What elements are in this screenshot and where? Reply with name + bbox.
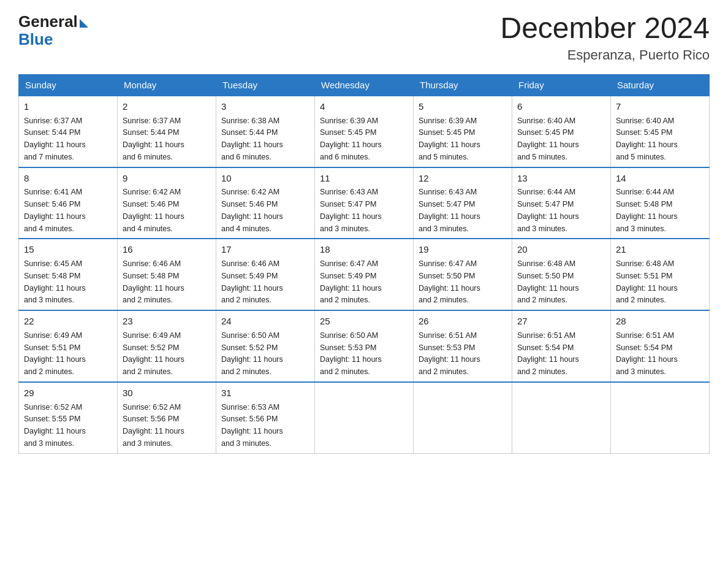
calendar-cell: 24 Sunrise: 6:50 AMSunset: 5:52 PMDaylig… <box>216 310 315 382</box>
day-number: 16 <box>123 243 211 256</box>
day-info: Sunrise: 6:49 AMSunset: 5:52 PMDaylight:… <box>123 331 184 376</box>
day-info: Sunrise: 6:41 AMSunset: 5:46 PMDaylight:… <box>24 188 86 232</box>
calendar-week-row: 29 Sunrise: 6:52 AMSunset: 5:55 PMDaylig… <box>19 382 710 453</box>
day-number: 13 <box>517 172 605 185</box>
day-number: 14 <box>616 172 704 185</box>
day-info: Sunrise: 6:42 AMSunset: 5:46 PMDaylight:… <box>221 188 283 232</box>
weekday-header-tuesday: Tuesday <box>216 74 315 96</box>
calendar-cell: 11 Sunrise: 6:43 AMSunset: 5:47 PMDaylig… <box>315 167 414 239</box>
day-number: 2 <box>123 100 211 113</box>
day-number: 9 <box>123 172 211 185</box>
calendar-cell: 15 Sunrise: 6:45 AMSunset: 5:48 PMDaylig… <box>19 239 118 310</box>
calendar-cell: 18 Sunrise: 6:47 AMSunset: 5:49 PMDaylig… <box>315 239 414 310</box>
day-number: 17 <box>221 243 309 256</box>
day-info: Sunrise: 6:50 AMSunset: 5:52 PMDaylight:… <box>221 331 283 376</box>
day-number: 28 <box>616 315 704 328</box>
calendar-cell <box>611 382 710 453</box>
day-number: 27 <box>517 315 605 328</box>
weekday-header-sunday: Sunday <box>19 74 118 96</box>
logo-arrow-icon <box>80 19 88 28</box>
day-info: Sunrise: 6:44 AMSunset: 5:48 PMDaylight:… <box>616 188 678 232</box>
day-info: Sunrise: 6:52 AMSunset: 5:55 PMDaylight:… <box>24 403 86 448</box>
calendar-cell: 21 Sunrise: 6:48 AMSunset: 5:51 PMDaylig… <box>611 239 710 310</box>
day-number: 19 <box>419 243 507 256</box>
day-number: 25 <box>320 315 408 328</box>
calendar-cell: 23 Sunrise: 6:49 AMSunset: 5:52 PMDaylig… <box>118 310 216 382</box>
day-info: Sunrise: 6:43 AMSunset: 5:47 PMDaylight:… <box>320 188 382 232</box>
calendar-cell: 30 Sunrise: 6:52 AMSunset: 5:56 PMDaylig… <box>118 382 216 453</box>
day-number: 22 <box>24 315 112 328</box>
day-info: Sunrise: 6:47 AMSunset: 5:49 PMDaylight:… <box>320 259 382 304</box>
calendar-cell: 5 Sunrise: 6:39 AMSunset: 5:45 PMDayligh… <box>414 96 512 167</box>
calendar-cell: 29 Sunrise: 6:52 AMSunset: 5:55 PMDaylig… <box>19 382 118 453</box>
calendar-cell: 1 Sunrise: 6:37 AMSunset: 5:44 PMDayligh… <box>19 96 118 167</box>
day-number: 20 <box>517 243 605 256</box>
day-info: Sunrise: 6:50 AMSunset: 5:53 PMDaylight:… <box>320 331 382 376</box>
day-number: 5 <box>419 100 507 113</box>
day-info: Sunrise: 6:47 AMSunset: 5:50 PMDaylight:… <box>419 259 480 304</box>
day-number: 12 <box>419 172 507 185</box>
day-number: 1 <box>24 100 112 113</box>
day-info: Sunrise: 6:51 AMSunset: 5:53 PMDaylight:… <box>419 331 480 376</box>
calendar-week-row: 1 Sunrise: 6:37 AMSunset: 5:44 PMDayligh… <box>19 96 710 167</box>
day-info: Sunrise: 6:37 AMSunset: 5:44 PMDaylight:… <box>123 117 184 161</box>
calendar-cell: 25 Sunrise: 6:50 AMSunset: 5:53 PMDaylig… <box>315 310 414 382</box>
day-info: Sunrise: 6:46 AMSunset: 5:49 PMDaylight:… <box>221 259 283 304</box>
day-number: 10 <box>221 172 309 185</box>
calendar-cell: 10 Sunrise: 6:42 AMSunset: 5:46 PMDaylig… <box>216 167 315 239</box>
calendar-table: SundayMondayTuesdayWednesdayThursdayFrid… <box>18 74 710 454</box>
weekday-header-monday: Monday <box>118 74 216 96</box>
day-number: 8 <box>24 172 112 185</box>
calendar-cell: 17 Sunrise: 6:46 AMSunset: 5:49 PMDaylig… <box>216 239 315 310</box>
calendar-cell: 28 Sunrise: 6:51 AMSunset: 5:54 PMDaylig… <box>611 310 710 382</box>
calendar-week-row: 8 Sunrise: 6:41 AMSunset: 5:46 PMDayligh… <box>19 167 710 239</box>
calendar-week-row: 15 Sunrise: 6:45 AMSunset: 5:48 PMDaylig… <box>19 239 710 310</box>
calendar-cell: 3 Sunrise: 6:38 AMSunset: 5:44 PMDayligh… <box>216 96 315 167</box>
calendar-cell <box>315 382 414 453</box>
day-info: Sunrise: 6:45 AMSunset: 5:48 PMDaylight:… <box>24 259 86 304</box>
calendar-cell: 16 Sunrise: 6:46 AMSunset: 5:48 PMDaylig… <box>118 239 216 310</box>
day-info: Sunrise: 6:42 AMSunset: 5:46 PMDaylight:… <box>123 188 184 232</box>
day-number: 30 <box>123 386 211 400</box>
day-number: 31 <box>221 386 309 400</box>
day-info: Sunrise: 6:49 AMSunset: 5:51 PMDaylight:… <box>24 331 86 376</box>
calendar-week-row: 22 Sunrise: 6:49 AMSunset: 5:51 PMDaylig… <box>19 310 710 382</box>
day-number: 24 <box>221 315 309 328</box>
calendar-cell: 14 Sunrise: 6:44 AMSunset: 5:48 PMDaylig… <box>611 167 710 239</box>
logo-blue-text: Blue <box>18 30 53 49</box>
calendar-cell: 12 Sunrise: 6:43 AMSunset: 5:47 PMDaylig… <box>414 167 512 239</box>
weekday-header-wednesday: Wednesday <box>315 74 414 96</box>
month-title: December 2024 <box>500 12 710 45</box>
weekday-header-row: SundayMondayTuesdayWednesdayThursdayFrid… <box>19 74 710 96</box>
logo: General Blue <box>18 12 88 49</box>
location-title: Esperanza, Puerto Rico <box>500 47 710 63</box>
calendar-cell <box>512 382 611 453</box>
calendar-cell: 2 Sunrise: 6:37 AMSunset: 5:44 PMDayligh… <box>118 96 216 167</box>
day-info: Sunrise: 6:43 AMSunset: 5:47 PMDaylight:… <box>419 188 480 232</box>
day-info: Sunrise: 6:51 AMSunset: 5:54 PMDaylight:… <box>517 331 579 376</box>
calendar-cell: 6 Sunrise: 6:40 AMSunset: 5:45 PMDayligh… <box>512 96 611 167</box>
title-section: December 2024 Esperanza, Puerto Rico <box>500 12 710 63</box>
day-number: 7 <box>616 100 704 113</box>
calendar-cell: 20 Sunrise: 6:48 AMSunset: 5:50 PMDaylig… <box>512 239 611 310</box>
day-number: 15 <box>24 243 112 256</box>
day-number: 11 <box>320 172 408 185</box>
day-info: Sunrise: 6:38 AMSunset: 5:44 PMDaylight:… <box>221 117 283 161</box>
calendar-cell: 31 Sunrise: 6:53 AMSunset: 5:56 PMDaylig… <box>216 382 315 453</box>
day-info: Sunrise: 6:51 AMSunset: 5:54 PMDaylight:… <box>616 331 678 376</box>
day-info: Sunrise: 6:53 AMSunset: 5:56 PMDaylight:… <box>221 403 283 448</box>
calendar-cell: 9 Sunrise: 6:42 AMSunset: 5:46 PMDayligh… <box>118 167 216 239</box>
calendar-cell: 22 Sunrise: 6:49 AMSunset: 5:51 PMDaylig… <box>19 310 118 382</box>
day-number: 23 <box>123 315 211 328</box>
day-number: 4 <box>320 100 408 113</box>
day-number: 21 <box>616 243 704 256</box>
day-number: 18 <box>320 243 408 256</box>
day-info: Sunrise: 6:44 AMSunset: 5:47 PMDaylight:… <box>517 188 579 232</box>
day-info: Sunrise: 6:48 AMSunset: 5:51 PMDaylight:… <box>616 259 678 304</box>
day-number: 3 <box>221 100 309 113</box>
weekday-header-saturday: Saturday <box>611 74 710 96</box>
day-info: Sunrise: 6:37 AMSunset: 5:44 PMDaylight:… <box>24 117 86 161</box>
day-info: Sunrise: 6:40 AMSunset: 5:45 PMDaylight:… <box>616 117 678 161</box>
calendar-cell: 26 Sunrise: 6:51 AMSunset: 5:53 PMDaylig… <box>414 310 512 382</box>
weekday-header-friday: Friday <box>512 74 611 96</box>
